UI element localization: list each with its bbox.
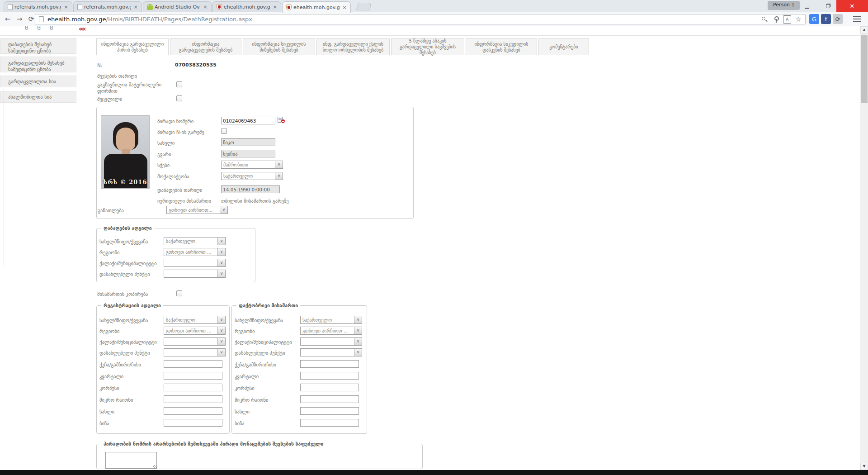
- city-label: ქალაქი/მუნიციპალიტეტი: [235, 339, 292, 345]
- reg-region-select[interactable]: გთხოვთ აირჩიოთ ... v: [164, 327, 226, 335]
- browser-toolbar: ← → ⟳ ehealth.moh.gov.ge /Hmis/BIRTHDEAT…: [0, 12, 868, 26]
- forward-button[interactable]: →: [14, 14, 25, 24]
- sent-material-checkbox[interactable]: [176, 81, 182, 87]
- tab-comments[interactable]: კომენტარები: [538, 38, 589, 55]
- birth-city-select[interactable]: v: [164, 259, 226, 267]
- scrollbar-thumb[interactable]: [861, 35, 868, 103]
- scroll-up-arrow[interactable]: ▲: [860, 26, 868, 33]
- profile-badge[interactable]: Person 1: [768, 1, 800, 10]
- sent-material-label: გაგზავნილია მატერიალური ფორმით: [97, 81, 170, 94]
- tab-close-icon[interactable]: ×: [272, 4, 278, 10]
- chevron-down-icon: v: [275, 161, 283, 168]
- reg-flat-input[interactable]: [164, 419, 222, 427]
- sidebar-item-death-certificate[interactable]: გარდაცვალების შესახებ სამედიცინო ცნობა: [0, 57, 76, 72]
- basis-fieldset: პირადობის ნომრის არარსებობის შემთხვევაში…: [96, 441, 423, 469]
- back-button[interactable]: ←: [2, 14, 13, 24]
- fact-street-input[interactable]: [300, 360, 359, 368]
- browser-tab[interactable]: referrals.moh.gov.ge/Refe ×: [4, 1, 72, 12]
- city-label: ქალაქი/მუნიციპალიტეტი: [99, 339, 157, 345]
- basis-textarea[interactable]: [105, 452, 157, 469]
- sidebar-item-birth-certificate[interactable]: დაბადების შესახებ სამედიცინო ცნობა: [0, 38, 76, 54]
- tab-children-under5-info[interactable]: 5 წლამდე ასაკის გარდაცვლილი ბავშვების შე…: [391, 38, 464, 55]
- copy-address-checkbox[interactable]: [176, 290, 182, 296]
- tab-last-pregnancy-info[interactable]: ინფ. გარდაცვლილი ქალის ბოლო ორსულობის შე…: [316, 38, 390, 55]
- reg-microdistrict-input[interactable]: [164, 395, 222, 403]
- chevron-down-icon: v: [220, 206, 227, 214]
- url-field[interactable]: ehealth.moh.gov.ge /Hmis/BIRTHDEATH/Page…: [35, 14, 806, 24]
- person-photo: სრს © 2016: [101, 115, 150, 189]
- browser-tab-active[interactable]: ehealth.moh.gov.ge/Hmis ×: [282, 1, 351, 13]
- minimize-button[interactable]: [798, 0, 816, 12]
- browser-tab[interactable]: referrals.moh.gov.ge/Refe ×: [73, 1, 142, 12]
- without-personal-n-checkbox[interactable]: [221, 128, 227, 134]
- fact-microdistrict-input[interactable]: [300, 395, 359, 403]
- validation-error-icon[interactable]: [278, 116, 286, 124]
- vertical-scrollbar[interactable]: ▲ ▼: [860, 26, 868, 470]
- registration-place-legend: რეგისტრაციის ადგილი: [101, 303, 163, 308]
- photo-watermark: სრს © 2016: [101, 179, 149, 185]
- reg-house-input[interactable]: [164, 407, 222, 415]
- new-tab-button[interactable]: [356, 3, 372, 10]
- tab-death-info[interactable]: ინფორმაცია გარდაცვალების შესახებ: [170, 38, 241, 55]
- reg-building-input[interactable]: [164, 384, 222, 391]
- tab-title: ehealth.moh.gov.ge/Hmis: [293, 5, 340, 10]
- chevron-down-icon: v: [217, 349, 225, 356]
- sync-extension-icon[interactable]: ⟳: [833, 14, 843, 24]
- building-label: კორპუსი: [235, 385, 255, 391]
- scroll-down-arrow[interactable]: ▼: [860, 463, 868, 470]
- clipped-header-text: ც ც ც: [25, 26, 57, 30]
- birth-region-select[interactable]: გთხოვთ აირჩიოთ ... v: [164, 248, 226, 256]
- fact-region-select[interactable]: გთხოვთ აირჩიოთ ... v: [300, 327, 362, 335]
- browser-tab[interactable]: ehealth.moh.gov.ge/Hmis ×: [212, 1, 281, 12]
- menu-button[interactable]: [852, 14, 862, 24]
- chevron-down-icon: v: [354, 349, 362, 356]
- chevron-down-icon: v: [217, 259, 225, 266]
- birth-country-select[interactable]: საქართველო v: [164, 237, 226, 245]
- country-label: სახელმწიფო/ქვეყანა: [99, 318, 148, 323]
- fill-date-label: შევსების თარიღი: [97, 73, 137, 79]
- reg-city-select[interactable]: v: [164, 337, 226, 346]
- tab-death-causes-info[interactable]: ინფორმაცია სიკვდილის მიზეზების შესახებ: [243, 38, 315, 55]
- house-label: სახლი: [235, 409, 250, 414]
- fact-house-input[interactable]: [300, 407, 359, 415]
- tab-close-icon[interactable]: ×: [202, 4, 208, 10]
- fact-building-input[interactable]: [300, 384, 359, 391]
- translate-icon[interactable]: A: [783, 15, 791, 24]
- tab-deceased-person-info[interactable]: ინფორმაცია გარდაცვლილი პირის შესახებ: [96, 38, 169, 55]
- sidebar-item-newborn-list[interactable]: ახალშობილთა სია: [0, 91, 76, 103]
- fact-settlement-select[interactable]: v: [300, 348, 362, 356]
- tab-death-conclusion-info[interactable]: ინფორმაცია სიკვდილის დასკვნის შესახებ: [466, 38, 537, 55]
- citizenship-select[interactable]: საქართველო v: [221, 172, 283, 180]
- sex-select[interactable]: მამრობითი v: [221, 161, 283, 169]
- reg-street-input[interactable]: [164, 360, 222, 368]
- collapse-sidebar-icon[interactable]: ««: [79, 25, 85, 33]
- sidebar-item-deceased-list[interactable]: გარდაცვლილთა სია: [0, 76, 76, 87]
- resize-grip[interactable]: [153, 465, 157, 469]
- reg-settlement-select[interactable]: v: [164, 348, 226, 356]
- changed-checkbox[interactable]: [176, 95, 182, 101]
- key-icon[interactable]: [772, 15, 780, 24]
- zoom-icon[interactable]: [760, 15, 769, 24]
- education-select[interactable]: გთხოვთ აირჩიოთ... v: [166, 206, 228, 214]
- tab-close-icon[interactable]: ×: [341, 5, 348, 10]
- microdistrict-label: მიკრო რაიონი: [235, 397, 269, 403]
- url-path: /Hmis/BIRTHDEATH/Pages/DeathRegistration…: [106, 16, 757, 23]
- tab-close-icon[interactable]: ×: [63, 4, 69, 10]
- fact-city-select[interactable]: v: [300, 337, 362, 346]
- translate-extension-icon[interactable]: G: [809, 14, 819, 24]
- birth-settlement-select[interactable]: v: [164, 270, 226, 278]
- fact-quarter-input[interactable]: [300, 372, 359, 380]
- fact-country-select[interactable]: საქართველო v: [300, 316, 362, 324]
- facebook-extension-icon[interactable]: f: [821, 14, 831, 24]
- without-personal-n-label: პირადი N-ის გარეშე: [157, 129, 204, 135]
- maximize-button[interactable]: [819, 0, 836, 12]
- fact-flat-input[interactable]: [300, 419, 359, 427]
- personal-number-input[interactable]: [221, 117, 275, 124]
- reg-country-select[interactable]: საქართველო v: [164, 316, 226, 324]
- tab-title: Android Studio Overview: [155, 4, 200, 10]
- tab-close-icon[interactable]: ×: [132, 4, 139, 10]
- reg-quarter-input[interactable]: [164, 372, 222, 380]
- close-button[interactable]: ✕: [836, 0, 868, 12]
- bookmark-star-icon[interactable]: ☆: [794, 15, 802, 24]
- browser-tab[interactable]: Android Studio Overview ×: [143, 1, 212, 12]
